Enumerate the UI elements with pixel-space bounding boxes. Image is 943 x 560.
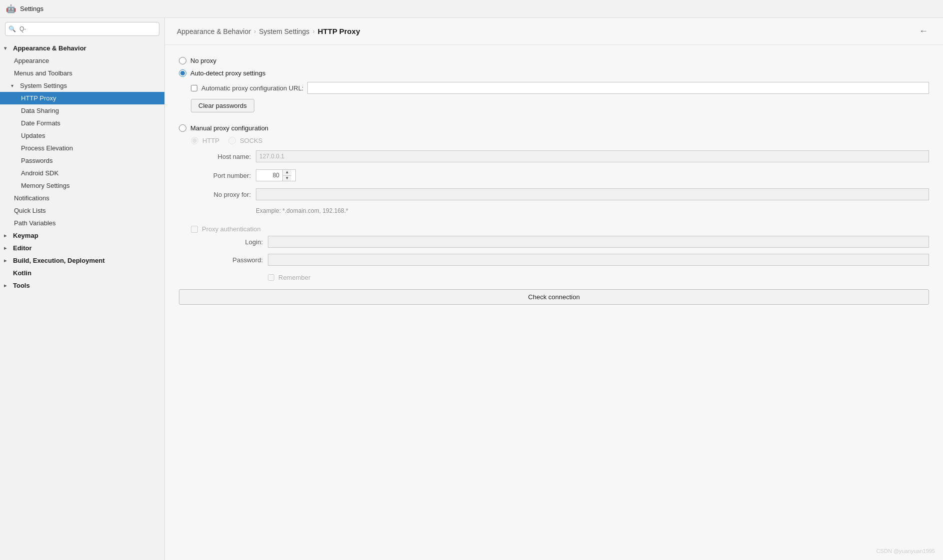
title-bar: 🤖 Settings <box>0 0 943 18</box>
chevron-right-icon: ▸ <box>4 283 11 288</box>
login-row: Login: <box>203 236 929 248</box>
port-number-label: Port number: <box>191 172 256 179</box>
sidebar-item-data-sharing[interactable]: Data Sharing <box>0 104 164 117</box>
sidebar-item-editor[interactable]: ▸ Editor <box>0 242 164 254</box>
no-proxy-example: Example: *.domain.com, 192.168.* <box>256 207 929 214</box>
chevron-right-icon: ▸ <box>4 258 11 263</box>
socks-radio-row: SOCKS <box>228 137 263 144</box>
sidebar-item-date-formats[interactable]: Date Formats <box>0 117 164 129</box>
port-number-row: Port number: ▲ ▼ <box>191 169 929 181</box>
auto-proxy-url-checkbox[interactable] <box>191 85 197 91</box>
sidebar-item-updates[interactable]: Updates <box>0 129 164 142</box>
breadcrumb-sep-2: › <box>312 27 314 35</box>
check-connection-button[interactable]: Check connection <box>179 289 929 305</box>
sidebar-item-notifications[interactable]: Notifications <box>0 192 164 204</box>
search-icon: 🔍 <box>8 25 16 32</box>
sidebar-item-memory-settings[interactable]: Memory Settings <box>0 179 164 192</box>
auto-detect-label[interactable]: Auto-detect proxy settings <box>190 69 265 77</box>
breadcrumb-part-1: Appearance & Behavior <box>177 27 251 35</box>
no-proxy-label[interactable]: No proxy <box>190 57 216 64</box>
back-button[interactable]: ← <box>916 25 931 37</box>
manual-proxy-radio[interactable] <box>179 124 186 132</box>
proxy-auth-label[interactable]: Proxy authentication <box>202 225 261 233</box>
main-content: Appearance & Behavior › System Settings … <box>165 18 943 560</box>
search-input[interactable] <box>5 22 159 36</box>
sidebar-item-android-sdk[interactable]: Android SDK <box>0 167 164 179</box>
no-proxy-for-label: No proxy for: <box>191 191 256 198</box>
chevron-right-icon: ▸ <box>4 233 11 238</box>
host-name-label: Host name: <box>191 153 256 160</box>
protocol-row: HTTP SOCKS <box>191 137 929 144</box>
password-label: Password: <box>203 256 268 264</box>
port-spinners: ▲ ▼ <box>282 170 291 181</box>
sidebar-item-system-settings[interactable]: ▾ System Settings <box>0 79 164 92</box>
sidebar-item-tools[interactable]: ▸ Tools <box>0 279 164 292</box>
socks-protocol-label[interactable]: SOCKS <box>240 137 263 144</box>
sidebar-item-process-elevation[interactable]: Process Elevation <box>0 142 164 154</box>
sidebar-nav: ▾ Appearance & Behavior Appearance Menus… <box>0 40 164 294</box>
breadcrumb-sep-1: › <box>254 27 256 35</box>
breadcrumb-current: HTTP Proxy <box>318 27 360 35</box>
breadcrumb: Appearance & Behavior › System Settings … <box>177 27 360 35</box>
login-input[interactable] <box>268 236 929 248</box>
no-proxy-for-row: No proxy for: <box>191 188 929 200</box>
search-box: 🔍 <box>5 22 159 36</box>
sidebar-item-appearance[interactable]: Appearance <box>0 54 164 67</box>
http-protocol-radio[interactable] <box>191 137 198 144</box>
port-increment-button[interactable]: ▲ <box>283 170 291 175</box>
sidebar-item-menus-toolbars[interactable]: Menus and Toolbars <box>0 67 164 79</box>
sidebar-item-keymap[interactable]: ▸ Keymap <box>0 229 164 242</box>
remember-label[interactable]: Remember <box>278 274 310 281</box>
no-proxy-radio[interactable] <box>179 57 186 64</box>
watermark: CSDN @yuanyuan1995 <box>876 548 935 554</box>
manual-proxy-row: Manual proxy configuration <box>179 124 929 132</box>
proxy-auth-checkbox[interactable] <box>191 226 198 233</box>
android-icon: 🤖 <box>6 4 16 13</box>
main-layout: 🔍 ▾ Appearance & Behavior Appearance Men… <box>0 18 943 560</box>
http-radio-row: HTTP <box>191 137 219 144</box>
chevron-down-icon: ▾ <box>4 45 11 51</box>
manual-proxy-label[interactable]: Manual proxy configuration <box>190 124 268 132</box>
no-proxy-row: No proxy <box>179 57 929 64</box>
auto-detect-radio[interactable] <box>179 69 186 77</box>
remember-checkbox[interactable] <box>268 274 274 281</box>
sidebar-item-appearance-behavior[interactable]: ▾ Appearance & Behavior <box>0 42 164 54</box>
auth-fields: Login: Password: Remember <box>203 233 929 281</box>
proxy-auth-section: Proxy authentication Login: Password: <box>191 225 929 281</box>
socks-protocol-radio[interactable] <box>228 137 236 144</box>
sidebar-item-http-proxy[interactable]: HTTP Proxy <box>0 92 164 104</box>
breadcrumb-part-2: System Settings <box>259 27 309 35</box>
host-name-input[interactable] <box>256 150 929 162</box>
sidebar: 🔍 ▾ Appearance & Behavior Appearance Men… <box>0 18 165 560</box>
auto-proxy-url-input[interactable] <box>307 82 929 94</box>
sidebar-item-path-variables[interactable]: Path Variables <box>0 217 164 229</box>
sidebar-item-passwords[interactable]: Passwords <box>0 154 164 167</box>
port-input-wrap: ▲ ▼ <box>256 169 296 181</box>
form-content: No proxy Auto-detect proxy settings Auto… <box>165 45 943 317</box>
port-number-input[interactable] <box>256 170 282 181</box>
password-row: Password: <box>203 254 929 266</box>
port-decrement-button[interactable]: ▼ <box>283 175 291 181</box>
manual-proxy-subsection: HTTP SOCKS Host name: Port number: <box>191 137 929 281</box>
auto-detect-subsection: Automatic proxy configuration URL: Clear… <box>191 82 929 119</box>
clear-passwords-button[interactable]: Clear passwords <box>191 99 254 112</box>
auto-detect-row: Auto-detect proxy settings <box>179 69 929 77</box>
http-protocol-label[interactable]: HTTP <box>202 137 219 144</box>
auto-proxy-url-label[interactable]: Automatic proxy configuration URL: <box>201 84 303 92</box>
chevron-down-icon: ▾ <box>11 83 18 88</box>
auto-proxy-url-row: Automatic proxy configuration URL: <box>191 82 929 94</box>
sidebar-item-kotlin[interactable]: ▸ Kotlin <box>0 267 164 279</box>
login-label: Login: <box>203 238 268 246</box>
sidebar-section-label: Appearance & Behavior <box>13 44 86 52</box>
proxy-auth-row: Proxy authentication <box>191 225 929 233</box>
chevron-right-icon: ▸ <box>4 245 11 251</box>
sidebar-item-quick-lists[interactable]: Quick Lists <box>0 204 164 217</box>
host-name-row: Host name: <box>191 150 929 162</box>
breadcrumb-bar: Appearance & Behavior › System Settings … <box>165 18 943 45</box>
no-proxy-for-input[interactable] <box>256 188 929 200</box>
sidebar-item-build-execution-deployment[interactable]: ▸ Build, Execution, Deployment <box>0 254 164 267</box>
password-input[interactable] <box>268 254 929 266</box>
window-title: Settings <box>20 5 43 12</box>
remember-row: Remember <box>268 274 929 281</box>
